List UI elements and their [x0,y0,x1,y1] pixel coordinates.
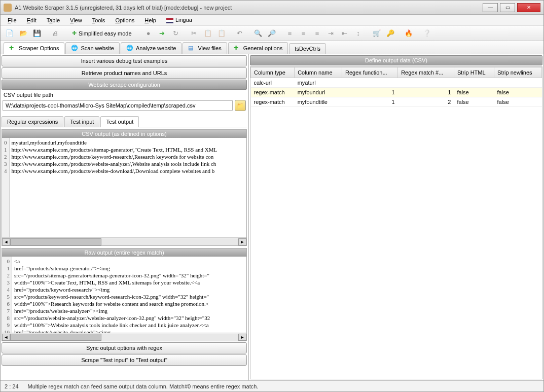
raw-output-listing[interactable]: 012345678910 <ahref="/products/sitemap-g… [2,257,246,333]
home-button[interactable]: 🔥 [403,27,415,40]
list-item[interactable]: http://www.example.com,/products/keyword… [12,153,217,160]
simplified-label: Simplified easy mode [79,30,132,37]
tab-label: General options [243,45,283,51]
undo-button: ↶ [234,27,246,40]
minimize-button[interactable]: — [483,3,498,12]
tab-label: Scraper Options [19,45,59,51]
refresh-button: ↻ [170,27,182,40]
tab-tsdevctrls[interactable]: tsDevCtrls [289,43,326,54]
list-item[interactable]: width="100%">Create Text, HTML, RSS and … [14,279,210,286]
menu-file[interactable]: File [4,16,21,24]
menu-table[interactable]: Table [43,16,64,24]
right-pane: Define output data (CSV) Column typeColu… [249,54,543,380]
table-row[interactable]: calc-urlmyaturl [251,78,542,88]
csv-scrollbar[interactable]: ◄ ► [2,237,246,245]
cut-button: ✂ [188,27,200,40]
tab-scan-website[interactable]: 🌐 Scan website [65,42,119,54]
search-button[interactable]: 🔍 [252,27,264,40]
scroll-right-icon[interactable]: ► [238,238,246,245]
column-header[interactable]: Strip newlines [494,67,542,78]
new-file-button[interactable]: 📄 [4,27,16,40]
list-item[interactable]: <a [14,258,210,265]
tab-view-files[interactable]: ▤ View files [183,42,227,54]
subtab-test-output[interactable]: Test output [100,116,139,127]
open-file-button[interactable]: 📂 [17,27,29,40]
help-button[interactable]: ❔ [421,27,433,40]
copy-button: 📋 [202,27,214,40]
column-header[interactable]: Column name [295,67,342,78]
list-item[interactable]: href="/products/sitemap-generator/"><img [14,265,210,272]
maximize-button[interactable]: ▭ [500,3,515,12]
menubar: File Edit Table View Tools Options Help … [1,15,543,26]
output-grid[interactable]: Column typeColumn nameRegex function...R… [250,66,542,379]
subtabs: Regular expressions Test input Test outp… [2,116,247,127]
column-header[interactable]: Regex match #... [398,67,454,78]
print-button: 🖨 [49,27,61,40]
subtab-regex[interactable]: Regular expressions [2,116,63,127]
align-right-button: ≡ [311,27,323,40]
tab-label: tsDevCtrls [295,46,320,52]
search-next-button[interactable]: 🔎 [266,27,278,40]
list-item[interactable]: href="/products/website-download/"><img [14,329,210,333]
indent-button: ⇥ [325,27,337,40]
statusbar: 2 : 24 Multiple regex match can feed sam… [1,380,543,391]
scroll-left-icon[interactable]: ◄ [2,238,10,245]
list-item[interactable]: http://www.example.com,/products/website… [12,160,217,167]
play-button[interactable]: ➔ [156,27,168,40]
save-button[interactable]: 💾 [31,27,43,40]
csv-path-label: CSV output file path [2,91,247,99]
globe-icon: 🌐 [71,45,78,52]
sort-button: ↕ [352,27,365,40]
align-left-button: ≡ [284,27,296,40]
list-item[interactable]: src="/products/keyword-research/keyword-… [14,293,210,300]
menu-options[interactable]: Options [111,16,138,24]
menu-help[interactable]: Help [140,16,160,24]
list-item[interactable]: src="/products/sitemap-generator/sitemap… [14,272,210,279]
list-item[interactable]: http://www.example.com,/products/website… [12,167,217,174]
insert-debug-button[interactable]: Insert various debug test examples [2,55,247,66]
menu-view[interactable]: View [66,16,86,24]
tab-label: Analyze website [136,45,176,51]
define-output-header: Define output data (CSV) [250,55,542,65]
tab-scraper-options[interactable]: ✚ Scraper Options [4,42,64,54]
tab-label: View files [198,45,221,51]
column-header[interactable]: Regex function... [342,67,398,78]
menu-edit[interactable]: Edit [23,16,41,24]
list-item[interactable]: myaturl,myfoundurl,myfoundtitle [12,139,217,146]
list-item[interactable]: href="/products/keyword-research/"><img [14,286,210,293]
raw-scrollbar[interactable]: ◄ ► [2,333,246,341]
column-header[interactable]: Column type [251,67,295,78]
list-item[interactable]: width="100%">Website analysis tools incl… [14,322,210,329]
column-header[interactable]: Strip HTML [454,67,494,78]
scrape-test-button[interactable]: Scrape "Test input" to "Test output" [2,354,247,366]
simplified-mode-button[interactable]: ✚ Simplified easy mode [67,27,136,40]
subtab-test-input[interactable]: Test input [64,116,99,127]
main-tabs: ✚ Scraper Options 🌐 Scan website 🌐 Analy… [1,41,543,54]
toolbar: 📄 📂 💾 🖨 ✚ Simplified easy mode ● ➔ ↻ ✂ 📋… [1,26,543,41]
close-button[interactable]: ✕ [517,3,540,12]
status-message: Multiple regex match can feed same outpu… [28,383,259,389]
cart-button[interactable]: 🛒 [371,27,383,40]
config-header: Website scrape configuration [2,80,247,90]
csv-output-block: CSV output (as defined in options) 01234… [2,129,247,246]
key-button[interactable]: 🔑 [384,27,396,40]
table-row[interactable]: regex-matchmyfoundurl11falsefalse [251,88,542,97]
list-item[interactable]: src="/products/website-analyzer/website-… [14,314,210,322]
scroll-right-icon[interactable]: ► [238,334,246,341]
table-row[interactable]: regex-matchmyfoundtitle12falsefalse [251,97,542,107]
scroll-left-icon[interactable]: ◄ [2,334,10,341]
csv-output-listing[interactable]: 01234 myaturl,myfoundurl,myfoundtitlehtt… [2,138,246,237]
retrieve-products-button[interactable]: Retrieve product names and URLs [2,67,247,79]
menu-tools[interactable]: Tools [88,16,110,24]
tab-general-options[interactable]: ✚ General options [228,42,288,54]
menu-lingua[interactable]: Lingua [162,16,196,24]
list-item[interactable]: http://www.example.com,/products/sitemap… [12,146,217,153]
sync-output-button[interactable]: Sync output options with regex [2,342,247,353]
folder-icon: 📁 [237,102,244,109]
browse-button[interactable]: 📁 [235,100,246,111]
tab-analyze-website[interactable]: 🌐 Analyze website [121,42,182,54]
list-item[interactable]: href="/products/website-analyzer/"><img [14,307,210,314]
list-item[interactable]: width="100%">Research keywords for websi… [14,300,210,307]
left-pane: Insert various debug test examples Retri… [1,54,249,380]
csv-path-input[interactable] [3,100,233,111]
